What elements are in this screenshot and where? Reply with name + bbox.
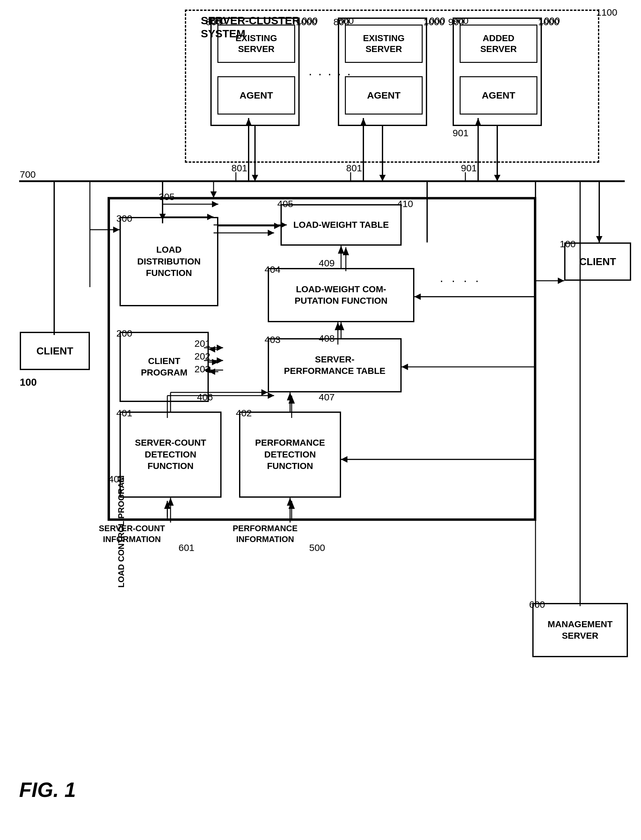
- svg-marker-99: [558, 278, 564, 284]
- ref-410: 410: [397, 199, 413, 209]
- mgmt-box: MANAGEMENT SERVER: [532, 603, 628, 657]
- diagram: FIG. 1 1100 SERVER-CLUSTER SYSTEM EXISTI…: [0, 0, 641, 840]
- ref-800-b: 800: [333, 16, 349, 27]
- ref-401: 401: [116, 408, 132, 418]
- lwc-box: LOAD-WEIGHT COM- PUTATION FUNCTION: [268, 268, 414, 322]
- ref-100-right: 100: [560, 239, 576, 249]
- server-box-1: EXISTING SERVER AGENT: [210, 18, 300, 126]
- ref-402: 402: [236, 408, 252, 418]
- svg-marker-58: [379, 175, 386, 181]
- ref-406: 406: [197, 392, 213, 402]
- pdf-box: PERFORMANCE DETECTION FUNCTION: [239, 412, 341, 498]
- ref-403: 403: [264, 334, 280, 345]
- server-box-2: EXISTING SERVER AGENT: [338, 18, 427, 126]
- agent-1-label: AGENT: [217, 76, 295, 115]
- ref-801-2: 801: [346, 163, 362, 174]
- svg-marker-56: [252, 175, 258, 181]
- ref-203: 203: [195, 364, 210, 375]
- ref-202: 202: [195, 351, 210, 362]
- ref-1000-b: 1000: [423, 16, 445, 27]
- fig-label: FIG. 1: [19, 778, 76, 802]
- ref-1100: 1100: [596, 7, 617, 18]
- scd-box: SERVER-COUNT DETECTION FUNCTION: [119, 412, 222, 498]
- ref-601: 601: [179, 542, 195, 553]
- ref-305: 305: [159, 191, 175, 202]
- perf-info: PERFORMANCE INFORMATION: [233, 523, 298, 545]
- svg-marker-41: [210, 191, 217, 198]
- ref-801-1: 801: [232, 163, 247, 174]
- ref-900-a: 900: [448, 16, 464, 27]
- ref-300: 300: [116, 213, 132, 224]
- agent-2-label: AGENT: [345, 76, 423, 115]
- load-dist-box: LOAD DISTRIBUTION FUNCTION: [119, 217, 218, 306]
- ref-901: 901: [461, 163, 477, 174]
- server-box-3: ADDED SERVER AGENT: [453, 18, 542, 126]
- ref-200: 200: [116, 328, 132, 339]
- ref-500: 500: [309, 542, 325, 553]
- ref-800-a: 800: [206, 16, 222, 27]
- ref-405: 405: [277, 199, 293, 209]
- ref-1000-c: 1000: [538, 16, 559, 27]
- ref-1000-a: 1000: [296, 16, 317, 27]
- ref-409: 409: [319, 258, 335, 269]
- svg-marker-18: [596, 236, 602, 242]
- svg-marker-60: [494, 175, 501, 181]
- sp-table-box: SERVER- PERFORMANCE TABLE: [268, 338, 402, 393]
- ref-407: 407: [319, 392, 335, 402]
- ref-201: 201: [195, 338, 210, 349]
- server-2-label: EXISTING SERVER: [345, 24, 423, 63]
- ref-700: 700: [20, 169, 36, 180]
- dots-right: . . . .: [440, 271, 481, 285]
- server-1-label: EXISTING SERVER: [217, 24, 295, 63]
- ref-600: 600: [529, 599, 545, 610]
- server-3-label: ADDED SERVER: [460, 24, 537, 63]
- ref-900: 901: [453, 128, 469, 139]
- lw-table-box: LOAD-WEIGHT TABLE: [280, 204, 402, 246]
- client-left-box: CLIENT: [20, 332, 90, 370]
- server-count-info: SERVER-COUNT INFORMATION: [99, 523, 165, 545]
- agent-3-label: AGENT: [460, 76, 537, 115]
- ref-404: 404: [264, 264, 280, 275]
- client-left-label: 100: [20, 376, 37, 388]
